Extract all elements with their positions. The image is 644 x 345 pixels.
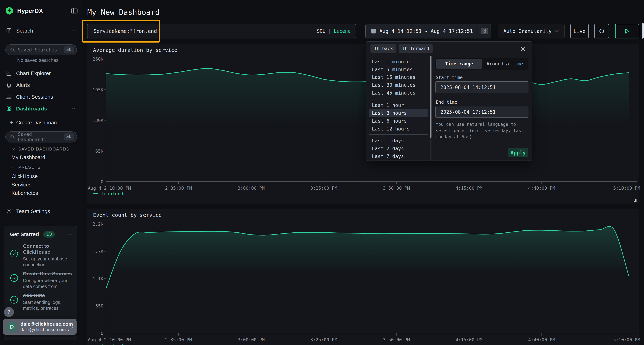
sql-toggle[interactable]: SQL: [317, 28, 325, 34]
cmdk-shortcut-badge: ⌘K: [64, 46, 74, 53]
page-scrollbar[interactable]: [642, 23, 644, 39]
preset-option[interactable]: Last 12 hours: [369, 125, 428, 133]
legend-series-label: frontend: [101, 191, 123, 196]
line-chart[interactable]: [87, 44, 639, 204]
sidebar-item-kubernetes[interactable]: Kubernetes: [12, 190, 38, 196]
checklist-item[interactable]: Add Data Start sending logs, metrics, or…: [10, 293, 76, 311]
sidebar-item-label: Search: [16, 28, 33, 34]
checklist-item-subtitle: Set up your database connection: [23, 256, 76, 268]
x-tick-label: 4:15:00 PM: [456, 337, 483, 342]
app-root: HyperDX Search Saved Searches ⌘K No save…: [0, 0, 644, 345]
x-tick-label: 4:40:00 PM: [528, 186, 555, 191]
shortcut-badge: d: [481, 28, 488, 34]
chart-legend[interactable]: frontend: [93, 191, 123, 196]
y-tick-label: 260K: [93, 56, 104, 62]
y-tick-label: 130K: [93, 118, 104, 123]
apply-button[interactable]: Apply: [508, 148, 528, 157]
gear-icon: [6, 208, 12, 214]
granularity-select[interactable]: Auto Granularity: [498, 24, 564, 38]
preset-option[interactable]: Last 5 minutes: [369, 65, 428, 73]
language-divider: |: [328, 28, 331, 34]
run-query-button[interactable]: [615, 24, 639, 38]
saved-dashboards-input[interactable]: Saved Dashboards ⌘K: [5, 131, 77, 142]
preset-option[interactable]: Last 15 minutes: [369, 73, 428, 81]
user-menu[interactable]: D dale@clickhouse.com dale@clickhouse.co…: [3, 319, 76, 335]
x-tick-label: 3:50:00 PM: [383, 337, 410, 342]
get-started-progress-badge: 3/3: [43, 231, 55, 238]
preset-option-selected[interactable]: Last 3 hours: [369, 109, 428, 117]
chevron-up-icon[interactable]: [68, 233, 72, 236]
preset-option[interactable]: Last 2 days: [369, 144, 428, 152]
preset-option[interactable]: Last 45 minutes: [369, 89, 428, 97]
line-chart[interactable]: [87, 209, 639, 345]
lucene-toggle[interactable]: Lucene: [334, 28, 350, 34]
sidebar-item-alerts[interactable]: Alerts: [0, 81, 82, 89]
y-tick-label: 65K: [95, 148, 104, 154]
time-picker-popover: 1h back 1h forward × Last 1 minute Last …: [366, 41, 532, 161]
preset-option[interactable]: Last 14 days: [369, 159, 428, 161]
cmdk-shortcut-badge: ⌘K: [64, 133, 74, 140]
refresh-button[interactable]: ↻: [594, 24, 609, 38]
avatar: D: [6, 322, 17, 332]
dashboard-filter-input[interactable]: ServiceName:"frontend" SQL | Lucene: [87, 24, 356, 38]
x-tick-label: 3:25:00 PM: [310, 337, 338, 342]
help-button[interactable]: ?: [4, 307, 14, 317]
preset-option[interactable]: Last 1 hour: [369, 101, 428, 109]
sidebar-item-team-settings[interactable]: Team Settings: [0, 207, 82, 216]
presets-section-header[interactable]: PRESETS: [12, 165, 41, 170]
saved-searches-input[interactable]: Saved Searches ⌘K: [5, 44, 77, 55]
sidebar-divider: [0, 37, 82, 37]
chart-legend[interactable]: frontend: [93, 343, 123, 345]
start-time-input[interactable]: [436, 81, 528, 93]
close-icon[interactable]: ×: [520, 44, 526, 53]
brand[interactable]: HyperDX: [5, 6, 43, 15]
sidebar-item-my-dashboard[interactable]: My Dashboard: [12, 154, 45, 160]
user-email: dale@clickhouse.com: [20, 321, 68, 327]
end-time-input[interactable]: [436, 106, 528, 118]
sidebar-collapse-icon[interactable]: [71, 7, 78, 14]
refresh-icon: ↻: [598, 27, 605, 35]
page-title: My New Dashboard: [87, 8, 160, 17]
sidebar-item-clickhouse[interactable]: ClickHouse: [12, 173, 38, 179]
preset-option[interactable]: Last 6 hours: [369, 117, 428, 125]
sidebar-item-chart-explorer[interactable]: Chart Explorer: [0, 69, 82, 78]
preset-option[interactable]: Last 1 days: [369, 136, 428, 145]
checklist-item-subtitle: Configure where your data comes from: [23, 278, 76, 289]
sidebar-item-search[interactable]: Search: [0, 26, 82, 35]
y-tick-label: 195K: [93, 87, 104, 92]
shift-back-button[interactable]: 1h back: [370, 44, 396, 53]
tab-time-range[interactable]: Time range: [436, 59, 482, 69]
laptop-icon: [6, 94, 12, 100]
hyperdx-logo-icon: [5, 6, 13, 15]
popover-scrollbar-thumb[interactable]: [430, 56, 432, 138]
tab-around-a-time[interactable]: Around a time: [482, 59, 528, 69]
checklist-item-title: Create Data Sources: [23, 271, 76, 277]
dashboards-icon: [6, 106, 12, 111]
preset-option[interactable]: Last 30 minutes: [369, 81, 428, 89]
sidebar-item-label: Chart Explorer: [16, 70, 51, 76]
chevron-up-icon: [72, 107, 76, 110]
x-tick-label: 3:00:00 PM: [238, 186, 265, 191]
chevron-down-icon: [12, 166, 15, 168]
time-mode-tabs: Time range Around a time: [436, 58, 528, 70]
calendar-icon: [371, 28, 376, 34]
panel-resize-handle[interactable]: [634, 199, 636, 202]
checklist-item[interactable]: Connect to ClickHouse Set up your databa…: [10, 243, 76, 268]
brand-name: HyperDX: [17, 7, 43, 14]
live-button[interactable]: Live: [570, 24, 589, 38]
time-range-input[interactable]: Aug 4 14:12:51 - Aug 4 17:12:51 d: [366, 24, 491, 38]
sidebar-item-client-sessions[interactable]: Client Sessions: [0, 93, 82, 101]
sidebar-divider: [0, 115, 82, 115]
preset-option[interactable]: Last 1 minute: [369, 57, 428, 66]
sidebar-item-services[interactable]: Services: [12, 182, 31, 188]
x-tick-label: 5:10:00 PM: [613, 186, 640, 191]
shift-forward-button[interactable]: 1h forward: [398, 44, 433, 53]
sidebar-item-label: Dashboards: [16, 106, 47, 112]
x-tick-label: 4:40:00 PM: [528, 337, 555, 342]
create-dashboard-button[interactable]: + Create Dashboard: [10, 119, 59, 126]
x-tick-label: Aug 4 2:10:00 PM: [88, 337, 131, 342]
saved-dashboards-section-header[interactable]: SAVED DASHBOARDS: [12, 147, 70, 152]
checklist-item[interactable]: Create Data Sources Configure where your…: [10, 271, 76, 289]
sidebar-item-dashboards[interactable]: Dashboards: [0, 104, 82, 113]
x-tick-label: 3:25:00 PM: [310, 186, 338, 191]
